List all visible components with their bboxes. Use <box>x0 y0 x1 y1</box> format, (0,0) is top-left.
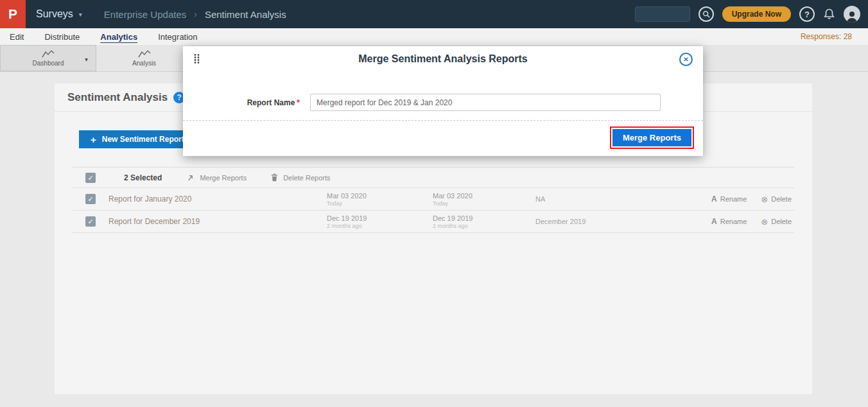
rename-label: Rename <box>720 218 747 225</box>
app-logo[interactable]: P <box>0 0 26 28</box>
dialog-header: Merge Sentiment Analysis Reports ✕ <box>183 46 703 72</box>
trash-icon <box>271 173 278 182</box>
report-period: NA <box>535 195 702 203</box>
plus-icon: + <box>91 134 96 145</box>
rename-icon: A <box>711 195 717 204</box>
merge-reports-action[interactable]: Merge Reports <box>186 173 247 182</box>
chevron-down-icon: ▾ <box>79 11 82 18</box>
row-checkbox[interactable]: ✓ <box>85 216 96 227</box>
delete-action[interactable]: ⊗ Delete <box>761 217 792 227</box>
dialog-footer: Merge Reports <box>183 120 703 156</box>
selection-bar: ✓ 2 Selected Merge Reports Delete Report… <box>73 168 794 188</box>
delete-reports-action[interactable]: Delete Reports <box>271 173 330 182</box>
report-name: Report for December 2019 <box>108 217 327 226</box>
report-name-label: Report Name* <box>183 98 300 107</box>
report-name: Report for January 2020 <box>108 195 327 204</box>
line-chart-icon <box>42 49 55 58</box>
top-bar: P Surveys ▾ Enterprise Updates › Sentime… <box>0 0 868 28</box>
modified-date: Mar 03 2020 Today <box>433 192 535 207</box>
close-icon[interactable]: ✕ <box>679 53 693 66</box>
selected-count: 2 Selected <box>124 173 162 182</box>
modified-date: Dec 19 2019 2 months ago <box>433 214 535 229</box>
delete-circle-icon: ⊗ <box>761 195 768 204</box>
report-period: December 2019 <box>535 218 702 225</box>
rename-label: Rename <box>720 195 747 203</box>
drag-handle-icon[interactable] <box>193 53 200 64</box>
row-checkbox[interactable]: ✓ <box>85 194 96 204</box>
tab-edit[interactable]: Edit <box>10 32 24 42</box>
merge-reports-dialog: Merge Sentiment Analysis Reports ✕ Repor… <box>183 46 703 156</box>
required-asterisk: * <box>297 98 300 107</box>
report-name-field-row: Report Name* <box>183 94 703 111</box>
created-date: Dec 19 2019 2 months ago <box>327 214 433 229</box>
product-label: Surveys <box>36 8 73 20</box>
toolbar-item-label: Analysis <box>132 60 156 67</box>
survey-tabs-bar: Edit Distribute Analytics Integration Re… <box>0 28 868 45</box>
tab-distribute[interactable]: Distribute <box>44 32 80 42</box>
report-name-input[interactable] <box>310 94 661 111</box>
table-row: ✓ Report for January 2020 Mar 03 2020 To… <box>73 188 794 211</box>
help-icon[interactable]: ? <box>799 6 815 22</box>
select-all-checkbox[interactable]: ✓ <box>85 173 96 183</box>
chevron-down-icon[interactable]: ▾ <box>85 56 88 63</box>
reports-table: ✓ 2 Selected Merge Reports Delete Report… <box>73 167 794 233</box>
app-logo-letter: P <box>8 6 17 22</box>
toolbar-item-analysis[interactable]: Analysis <box>96 45 193 71</box>
topbar-search-input[interactable] <box>635 6 690 22</box>
topbar-actions: Upgrade Now ? <box>635 6 868 22</box>
delete-action[interactable]: ⊗ Delete <box>761 195 792 204</box>
delete-label: Delete <box>771 218 792 225</box>
dialog-title: Merge Sentiment Analysis Reports <box>358 53 527 65</box>
product-switcher[interactable]: Surveys ▾ <box>26 8 95 20</box>
tab-integration[interactable]: Integration <box>158 32 197 42</box>
line-chart-icon <box>138 49 151 58</box>
delete-circle-icon: ⊗ <box>761 217 768 227</box>
rename-action[interactable]: A Rename <box>711 195 747 204</box>
breadcrumb-survey-link[interactable]: Enterprise Updates <box>104 9 186 20</box>
target-annotation-box: Merge Reports <box>610 126 694 149</box>
delete-label: Delete <box>771 195 792 203</box>
page: P Surveys ▾ Enterprise Updates › Sentime… <box>0 0 868 407</box>
avatar[interactable] <box>844 6 860 22</box>
delete-action-label: Delete Reports <box>283 174 330 182</box>
responses-count: Responses: 28 <box>801 32 852 41</box>
new-sentiment-report-button[interactable]: + New Sentiment Report <box>79 130 196 148</box>
merge-icon <box>186 173 195 182</box>
merge-action-label: Merge Reports <box>200 174 247 182</box>
rename-action[interactable]: A Rename <box>711 217 747 227</box>
breadcrumb-current: Sentiment Analysis <box>205 9 286 20</box>
created-date: Mar 03 2020 Today <box>327 192 433 207</box>
page-title: Sentiment Analysis <box>67 91 168 104</box>
upgrade-button[interactable]: Upgrade Now <box>722 6 791 22</box>
rename-icon: A <box>711 217 717 226</box>
toolbar-item-label: Dashboard <box>33 60 64 67</box>
breadcrumb-separator-icon: › <box>194 9 197 19</box>
tab-analytics[interactable]: Analytics <box>100 32 137 42</box>
table-row: ✓ Report for December 2019 Dec 19 2019 2… <box>73 211 794 233</box>
search-icon[interactable] <box>699 6 714 22</box>
new-report-label: New Sentiment Report <box>102 135 184 144</box>
merge-reports-submit-button[interactable]: Merge Reports <box>612 129 691 146</box>
breadcrumb: Enterprise Updates › Sentiment Analysis <box>104 9 286 20</box>
toolbar-item-dashboard[interactable]: Dashboard ▾ <box>0 45 96 71</box>
notifications-icon[interactable] <box>823 8 835 21</box>
